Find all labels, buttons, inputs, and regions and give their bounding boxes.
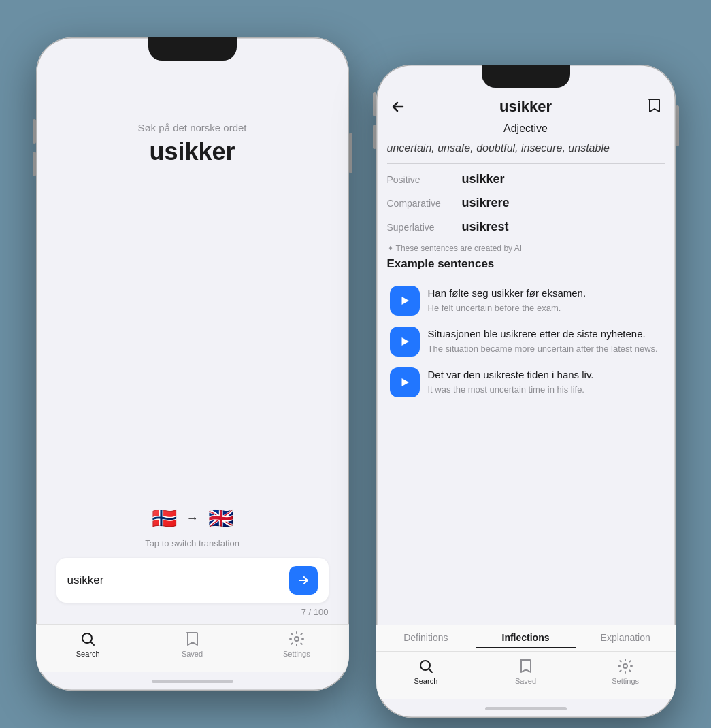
left-phone: Søk på det norske ordet usikker 🇳🇴 → 🇬🇧 …	[36, 37, 349, 691]
notch-right	[482, 65, 570, 88]
svg-marker-3	[401, 337, 409, 346]
gear-icon-left	[288, 630, 305, 648]
inflection-label-superlative: Superlative	[387, 222, 462, 233]
subtitle: Søk på det norske ordet	[137, 122, 246, 133]
play-button-1[interactable]	[390, 327, 420, 357]
example-section-title: Example sentences	[387, 257, 665, 271]
inflection-value-superlative: usikrest	[462, 220, 509, 234]
tab-definitions[interactable]: Definitions	[376, 632, 476, 648]
right-phone: usikker Adjective uncertain, unsafe, dou…	[376, 65, 676, 718]
example-text-0: Han følte seg usikker før eksamen. He fe…	[428, 286, 586, 314]
inflection-label-positive: Positive	[387, 174, 462, 185]
example-norwegian-1: Situasjonen ble usikrere etter de siste …	[428, 327, 658, 341]
inflection-value-positive: usikker	[462, 172, 505, 186]
search-bar[interactable]	[56, 558, 329, 603]
tab-explanation-label: Explanation	[601, 632, 650, 643]
arrow-right-icon	[297, 574, 310, 587]
inflection-label-comparative: Comparative	[387, 198, 462, 209]
play-icon-1	[399, 335, 411, 348]
word-type: Adjective	[387, 122, 665, 135]
tab-definitions-label: Definitions	[403, 632, 448, 643]
left-main-content: Søk på det norske ordet usikker 🇳🇴 → 🇬🇧 …	[36, 67, 349, 624]
ai-note-text: ✦ These sentences are created by AI	[387, 244, 523, 253]
notch	[148, 37, 237, 61]
tab-inflections-label: Inflections	[502, 632, 550, 643]
char-count: 7 / 100	[301, 607, 329, 617]
search-icon-left	[79, 630, 97, 648]
flag-uk: 🇬🇧	[208, 508, 233, 529]
tab-settings-left[interactable]: Settings	[276, 630, 317, 658]
flag-norway: 🇳🇴	[152, 508, 177, 529]
example-norwegian-0: Han følte seg usikker før eksamen.	[428, 286, 586, 300]
tab-settings-label-right: Settings	[612, 677, 639, 685]
word-tabs: Definitions Inflections Explanation	[376, 625, 676, 651]
detail-header: usikker	[387, 95, 665, 118]
tap-hint: Tap to switch translation	[145, 538, 239, 548]
inflection-comparative: Comparative usikrere	[387, 196, 665, 210]
svg-point-6	[623, 664, 627, 668]
inflection-value-comparative: usikrere	[462, 196, 510, 210]
tab-search-left[interactable]: Search	[67, 630, 108, 658]
example-norwegian-2: Det var den usikreste tiden i hans liv.	[428, 367, 594, 382]
detail-word: usikker	[499, 98, 552, 116]
play-icon-2	[399, 376, 411, 388]
svg-point-1	[295, 637, 299, 641]
tab-bar-left: Search Saved	[36, 624, 349, 672]
search-icon-right	[417, 657, 435, 675]
ai-note: ✦ These sentences are created by AI	[387, 244, 665, 253]
example-item-0: Han følte seg usikker før eksamen. He fe…	[390, 286, 662, 316]
svg-marker-2	[401, 297, 409, 305]
search-input[interactable]	[67, 574, 282, 587]
example-english-0: He felt uncertain before the exam.	[428, 302, 586, 314]
example-item-2: Det var den usikreste tiden i hans liv. …	[390, 367, 662, 397]
example-english-2: It was the most uncertain time in his li…	[428, 384, 594, 396]
tab-explanation[interactable]: Explanation	[576, 632, 676, 648]
tab-search-label-right: Search	[414, 677, 437, 685]
divider	[387, 163, 665, 164]
gear-icon-right	[616, 657, 634, 675]
bookmark-icon-left	[183, 630, 201, 648]
inflection-superlative: Superlative usikrest	[387, 220, 665, 234]
arrow-icon: →	[186, 512, 199, 526]
search-submit-button[interactable]	[289, 566, 318, 595]
example-item-1: Situasjonen ble usikrere etter de siste …	[390, 327, 662, 357]
tab-inflections[interactable]: Inflections	[476, 632, 576, 648]
tab-settings-label-left: Settings	[283, 650, 310, 658]
translation-row[interactable]: 🇳🇴 → 🇬🇧	[152, 508, 233, 529]
right-scroll-area: Han følte seg usikker før eksamen. He fe…	[376, 279, 676, 625]
bookmark-icon-right	[646, 97, 662, 114]
home-indicator-right	[376, 699, 676, 718]
back-icon	[390, 99, 406, 115]
tab-search-right[interactable]: Search	[406, 657, 446, 685]
play-icon-0	[399, 295, 411, 307]
tab-settings-right[interactable]: Settings	[605, 657, 646, 685]
example-english-1: The situation became more uncertain afte…	[428, 343, 658, 355]
tab-saved-right[interactable]: Saved	[505, 657, 546, 685]
tab-saved-label-left: Saved	[182, 650, 203, 658]
home-indicator-left	[36, 672, 349, 691]
play-button-0[interactable]	[390, 286, 420, 316]
bookmark-icon-tab-right	[516, 657, 534, 675]
translations-list: uncertain, unsafe, doubtful, insecure, u…	[387, 140, 665, 156]
play-button-2[interactable]	[390, 367, 420, 397]
tab-search-label-left: Search	[76, 650, 100, 658]
bookmark-button[interactable]	[643, 95, 665, 118]
tab-saved-label-right: Saved	[515, 677, 536, 685]
svg-marker-4	[401, 378, 409, 386]
main-word: usikker	[149, 137, 235, 166]
tab-bar-right: Search Saved	[376, 651, 676, 699]
example-text-2: Det var den usikreste tiden i hans liv. …	[428, 367, 594, 396]
back-button[interactable]	[387, 96, 409, 118]
inflection-positive: Positive usikker	[387, 172, 665, 186]
tab-saved-left[interactable]: Saved	[171, 630, 212, 658]
example-text-1: Situasjonen ble usikrere etter de siste …	[428, 327, 658, 355]
